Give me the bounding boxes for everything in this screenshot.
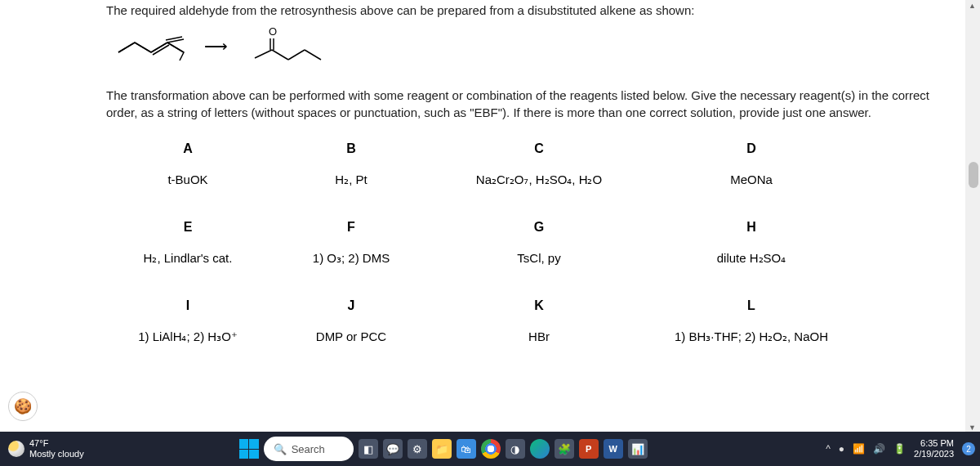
- reagent-F: F1) O₃; 2) DMS: [270, 212, 433, 290]
- question-content: The required aldehyde from the retrosynt…: [0, 0, 964, 433]
- reagent-K: KHBr: [433, 290, 645, 369]
- svg-text:O: O: [269, 25, 277, 38]
- svg-line-9: [272, 50, 288, 60]
- search-box[interactable]: 🔍 Search: [264, 437, 354, 461]
- task-view-icon[interactable]: ◧: [359, 439, 378, 459]
- scroll-up-icon[interactable]: ▲: [969, 2, 976, 10]
- intro-text: The required aldehyde from the retrosynt…: [106, 3, 931, 17]
- cookie-icon: 🍪: [14, 397, 32, 415]
- wifi-icon[interactable]: 📶: [853, 443, 865, 455]
- reagent-D: DMeONa: [645, 133, 858, 212]
- cookie-settings-button[interactable]: 🍪: [8, 392, 38, 421]
- alkene-structure: [114, 29, 188, 62]
- svg-line-11: [305, 50, 321, 60]
- reagent-A: At-BuOK: [106, 133, 270, 212]
- reagent-grid: At-BuOK BH₂, Pt CNa₂Cr₂O₇, H₂SO₄, H₂O DM…: [106, 133, 931, 369]
- reagent-L: L1) BH₃·THF; 2) H₂O₂, NaOH: [645, 290, 858, 369]
- notification-badge[interactable]: 2: [962, 442, 975, 455]
- taskbar: 47°F Mostly cloudy 🔍 Search ◧ 💬 ⚙ 📁 🛍 ◑ …: [0, 432, 980, 466]
- scroll-down-icon[interactable]: ▼: [969, 423, 976, 432]
- reagent-G: GTsCl, py: [433, 212, 645, 290]
- svg-line-0: [118, 43, 135, 52]
- svg-line-10: [288, 50, 305, 60]
- system-tray: ^ ● 📶 🔊 🔋 6:35 PM 2/19/2023 2: [826, 438, 980, 459]
- word-icon[interactable]: W: [604, 439, 623, 459]
- clock[interactable]: 6:35 PM 2/19/2023: [914, 438, 954, 459]
- taskbar-center: 🔍 Search ◧ 💬 ⚙ 📁 🛍 ◑ 🧩 P W 📊: [239, 437, 648, 461]
- file-explorer-icon[interactable]: 📁: [432, 439, 452, 459]
- search-label: Search: [292, 443, 325, 455]
- reaction-scheme: ⟶ O: [114, 25, 931, 66]
- powerpoint-icon[interactable]: P: [579, 439, 599, 459]
- reagent-J: JDMP or PCC: [270, 290, 433, 369]
- reaction-arrow: ⟶: [204, 36, 226, 56]
- svg-line-4: [167, 43, 184, 52]
- weather-icon: [8, 441, 24, 457]
- edge-icon[interactable]: [530, 439, 550, 459]
- start-button[interactable]: [239, 439, 259, 459]
- chat-icon[interactable]: 💬: [383, 439, 403, 459]
- reagent-B: BH₂, Pt: [270, 133, 433, 212]
- settings-icon[interactable]: ⚙: [408, 439, 427, 459]
- app-icon-2[interactable]: 🧩: [555, 439, 574, 459]
- reagent-H: Hdilute H₂SO₄: [645, 212, 858, 290]
- time: 6:35 PM: [914, 438, 954, 449]
- weather-temp: 47°F: [29, 438, 84, 449]
- scroll-thumb[interactable]: [969, 162, 978, 188]
- weather-condition: Mostly cloudy: [29, 449, 84, 459]
- instruction-text: The transformation above can be performe…: [106, 87, 931, 121]
- store-icon[interactable]: 🛍: [457, 439, 476, 459]
- battery-icon[interactable]: 🔋: [893, 443, 906, 455]
- reagent-I: I1) LiAlH₄; 2) H₃O⁺: [106, 290, 270, 369]
- date: 2/19/2023: [914, 449, 954, 459]
- app-icon-1[interactable]: ◑: [506, 439, 525, 459]
- reagent-C: CNa₂Cr₂O₇, H₂SO₄, H₂O: [433, 133, 645, 212]
- volume-icon[interactable]: 🔊: [873, 443, 885, 455]
- search-icon: 🔍: [274, 443, 287, 455]
- reagent-E: EH₂, Lindlar's cat.: [106, 212, 270, 290]
- weather-widget[interactable]: 47°F Mostly cloudy: [0, 438, 92, 459]
- app-icon-3[interactable]: 📊: [628, 439, 648, 459]
- chevron-up-icon[interactable]: ^: [826, 443, 831, 455]
- chrome-icon[interactable]: [481, 439, 501, 459]
- svg-line-8: [255, 50, 272, 58]
- vertical-scrollbar[interactable]: ▲ ▼: [965, 0, 980, 433]
- aldehyde-structure: O: [243, 25, 324, 66]
- tray-icon-1[interactable]: ●: [839, 443, 844, 455]
- svg-line-1: [135, 43, 151, 52]
